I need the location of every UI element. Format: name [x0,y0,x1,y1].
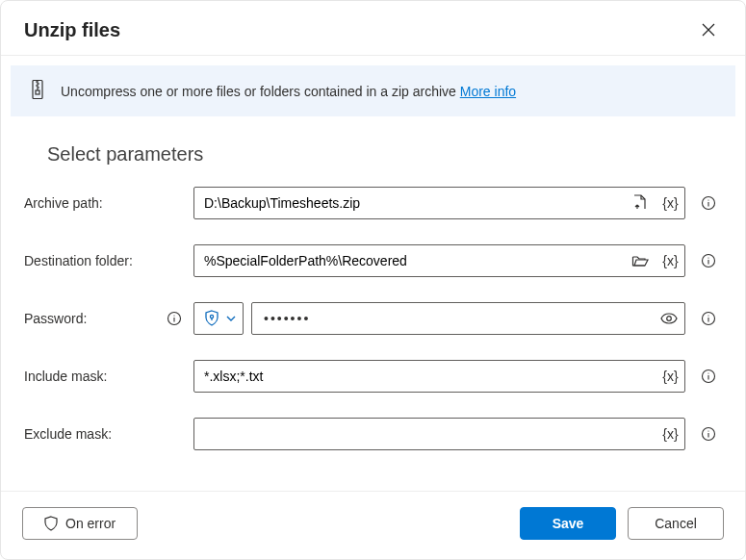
svg-point-3 [707,199,708,200]
label-exclude-mask: Exclude mask: [24,426,112,442]
svg-point-9 [667,317,672,321]
info-icon [701,369,716,384]
info-icon [701,195,716,211]
row-exclude-mask: Exclude mask: {x} [24,418,722,450]
variable-button[interactable]: {x} [656,419,684,449]
help-button[interactable] [695,305,722,332]
include-mask-input[interactable] [194,361,656,392]
file-select-icon [632,194,648,212]
shield-icon [204,310,219,327]
variable-button[interactable]: {x} [656,188,684,218]
title-bar: Unzip files [1,1,745,55]
label-destination-folder: Destination folder: [24,253,133,268]
more-info-link[interactable]: More info [460,84,516,99]
help-button[interactable] [695,363,722,390]
zip-icon [28,79,47,103]
svg-point-7 [173,315,174,316]
label-archive-path: Archive path: [24,195,103,211]
footer: On error Save Cancel [1,491,745,559]
banner-desc: Uncompress one or more files or folders … [61,84,460,99]
archive-path-input[interactable] [194,188,625,218]
shield-outline-icon [44,516,58,531]
cancel-button[interactable]: Cancel [628,507,724,540]
password-field: ••••••• [251,302,685,335]
info-icon [167,311,182,326]
reveal-password-button[interactable] [654,303,684,334]
row-destination-folder: Destination folder: {x} [24,244,722,277]
svg-point-13 [707,372,708,373]
chevron-down-icon [225,313,237,324]
cancel-label: Cancel [655,516,697,531]
help-button[interactable] [695,420,722,447]
form-area: Select parameters Archive path: {x} [1,116,745,491]
info-icon [701,311,716,326]
row-password: Password: ••••••• [24,302,722,335]
save-label: Save [553,516,584,531]
archive-path-field: {x} [193,187,685,219]
banner-text: Uncompress one or more files or folders … [61,84,718,99]
svg-point-15 [707,430,708,431]
exclude-mask-field: {x} [193,418,685,450]
variable-button[interactable]: {x} [656,245,684,276]
label-include-mask: Include mask: [24,369,107,384]
on-error-label: On error [65,516,116,531]
help-button[interactable] [695,190,722,216]
folder-open-icon [631,254,649,267]
include-mask-field: {x} [193,360,685,393]
help-button[interactable] [695,247,722,274]
eye-icon [660,313,678,324]
save-button[interactable]: Save [520,507,616,540]
svg-point-8 [210,315,213,318]
password-input[interactable]: ••••••• [252,311,654,326]
footer-right: Save Cancel [520,507,724,540]
row-archive-path: Archive path: {x} [24,187,722,219]
close-icon [702,23,715,37]
destination-folder-field: {x} [193,244,685,277]
browse-folder-button[interactable] [625,245,656,276]
svg-rect-1 [36,90,39,94]
help-button[interactable] [161,305,188,332]
close-button[interactable] [693,14,724,45]
svg-point-11 [707,315,708,316]
secure-input-mode[interactable] [193,302,244,335]
dialog: Unzip files Uncompress one or more files… [0,0,746,560]
on-error-button[interactable]: On error [22,507,138,540]
info-icon [701,253,716,268]
label-password: Password: [24,311,87,326]
browse-file-button[interactable] [625,188,656,218]
svg-point-5 [707,257,708,258]
exclude-mask-input[interactable] [194,419,656,449]
row-include-mask: Include mask: {x} [24,360,722,393]
divider [1,55,745,56]
info-icon [701,426,716,442]
dialog-title: Unzip files [24,19,120,41]
section-title: Select parameters [47,143,722,165]
destination-folder-input[interactable] [194,245,625,276]
info-banner: Uncompress one or more files or folders … [11,65,735,116]
variable-button[interactable]: {x} [656,361,684,392]
